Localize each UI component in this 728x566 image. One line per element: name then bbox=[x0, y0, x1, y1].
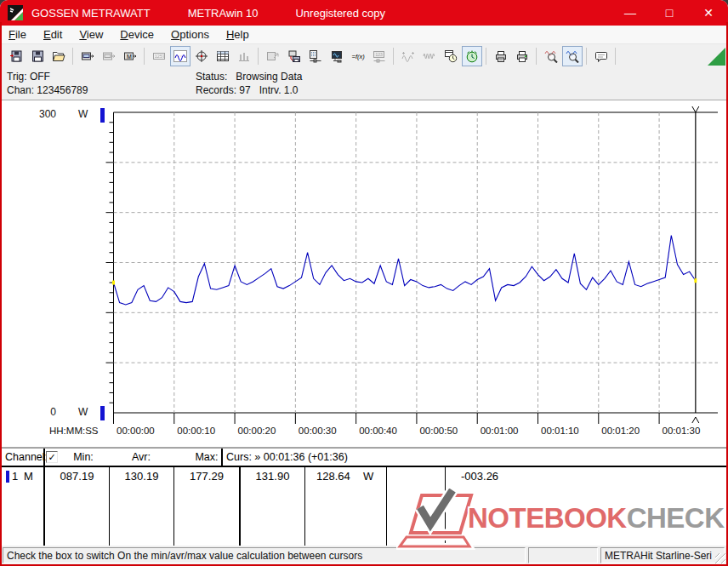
y-axis-unit-top: W bbox=[78, 108, 88, 120]
channel-marker-top bbox=[100, 108, 105, 123]
toolbar-separator bbox=[144, 48, 145, 65]
toolbar-separator bbox=[586, 48, 587, 65]
svg-text:123: 123 bbox=[375, 52, 383, 57]
toolbar: M1257=f(x)123 bbox=[0, 44, 728, 67]
title-app: METRAwin 10 bbox=[188, 7, 259, 20]
status-bar: Check the box to switch On the min/avr/m… bbox=[0, 546, 728, 566]
col-header-min: Min: bbox=[58, 451, 109, 463]
statusbar-hint: Check the box to switch On the min/avr/m… bbox=[3, 547, 526, 563]
channel-number: 1 bbox=[12, 470, 18, 483]
acquisition-info-panel: Trig: OFF Chan: 123456789 Status: Browsi… bbox=[0, 67, 728, 100]
device-store-icon[interactable] bbox=[284, 46, 304, 66]
device-config-icon: 123 bbox=[369, 46, 390, 66]
resize-grip[interactable] bbox=[715, 553, 725, 563]
value-min: 087.19 bbox=[45, 470, 109, 483]
value-max: 177.29 bbox=[174, 470, 239, 483]
bar-graph-icon bbox=[234, 46, 254, 66]
svg-text:=f(x): =f(x) bbox=[351, 53, 365, 60]
x-tick-label: 00:00:10 bbox=[177, 426, 215, 436]
records-count: Records: 97 Intrv. 1.0 bbox=[196, 84, 299, 96]
x-tick-label: 00:01:00 bbox=[481, 426, 519, 436]
toolbar-separator bbox=[393, 48, 394, 65]
store-data-icon[interactable] bbox=[6, 46, 26, 66]
minmax-checkbox[interactable]: ✓ bbox=[46, 451, 58, 463]
title-license: Unregistered copy bbox=[295, 7, 385, 20]
window-controls: — □ ✕ bbox=[611, 0, 728, 26]
value-avr: 130.19 bbox=[110, 470, 173, 483]
wave-compress-icon bbox=[398, 46, 418, 66]
toolbar-separator bbox=[615, 48, 616, 65]
zoom-select-icon[interactable] bbox=[562, 46, 583, 66]
y-axis-min-label: 0 bbox=[27, 406, 56, 418]
x-axis-label: HH:MM:SS bbox=[49, 426, 99, 436]
y-axis-max-label: 300 bbox=[27, 108, 56, 120]
zoom-mode-icon[interactable] bbox=[541, 46, 561, 66]
print-preview-icon[interactable] bbox=[491, 46, 511, 66]
resize-corner-icon[interactable] bbox=[708, 48, 725, 66]
cursor-stats-table: Channel: ✓ Min: Avr: Max: Curs: » 00:01:… bbox=[2, 448, 726, 546]
svg-text:M: M bbox=[127, 53, 132, 59]
print-icon[interactable] bbox=[512, 46, 532, 66]
minimize-button[interactable]: — bbox=[611, 0, 650, 26]
power-trace-plot[interactable] bbox=[106, 107, 722, 431]
statusbar-empty bbox=[528, 547, 598, 563]
channel-mode: M bbox=[24, 470, 33, 483]
x-tick-label: 00:01:20 bbox=[601, 426, 640, 436]
records-time-icon[interactable] bbox=[441, 46, 461, 66]
x-tick-label: 00:01:10 bbox=[541, 426, 579, 436]
menu-item-options[interactable]: Options bbox=[162, 26, 218, 43]
value-cursor1: 131.90 bbox=[241, 470, 304, 483]
statusbar-device: METRAHit Starline-Seri bbox=[600, 547, 725, 563]
curve-view-icon[interactable] bbox=[170, 46, 191, 66]
x-tick-label: 00:01:30 bbox=[663, 426, 701, 436]
browse-status: Status: Browsing Data bbox=[196, 71, 302, 83]
col-header-channel: Channel: bbox=[5, 451, 48, 463]
metrawin-window: GOSSEN METRAWATT METRAwin 10 Unregistere… bbox=[0, 0, 728, 566]
chart-panel: 300 W 0 W HH:MM:SS 00:00:0000:00:1000:00… bbox=[2, 100, 726, 448]
channel-marker-bottom bbox=[100, 406, 105, 420]
x-tick-label: 00:00:40 bbox=[359, 426, 397, 436]
toolbar-separator bbox=[486, 48, 486, 65]
title-bar: GOSSEN METRAWATT METRAwin 10 Unregistere… bbox=[0, 0, 728, 26]
x-tick-label: 00:00:30 bbox=[299, 426, 337, 436]
col-header-cursor: Curs: » 00:01:36 (+01:36) bbox=[226, 451, 348, 463]
open-file-icon[interactable] bbox=[48, 46, 69, 66]
live-timer-icon[interactable] bbox=[462, 46, 482, 66]
trigger-status: Trig: OFF bbox=[7, 71, 50, 83]
read-memory-icon[interactable]: M bbox=[120, 46, 140, 66]
menu-item-file[interactable]: File bbox=[0, 26, 35, 43]
menu-item-view[interactable]: View bbox=[71, 26, 111, 43]
toolbar-separator bbox=[258, 48, 259, 65]
value-diff: -003.26 bbox=[461, 470, 498, 483]
menu-bar: FileEditViewDeviceOptionsHelp bbox=[0, 26, 728, 44]
menu-item-help[interactable]: Help bbox=[218, 26, 258, 43]
menu-item-device[interactable]: Device bbox=[111, 26, 162, 43]
col-header-avr: Avr: bbox=[109, 451, 173, 463]
svg-text:1257: 1257 bbox=[154, 54, 164, 59]
title-brand: GOSSEN METRAWATT bbox=[31, 7, 151, 20]
channel-list: Chan: 123456789 bbox=[7, 84, 88, 96]
formula-icon[interactable]: =f(x) bbox=[348, 46, 368, 66]
value-unit: W bbox=[363, 470, 373, 483]
wave-expand-icon bbox=[419, 46, 440, 66]
numeric-display-icon: 1257 bbox=[149, 46, 169, 66]
monitor-icon[interactable] bbox=[327, 46, 347, 66]
annotation-icon[interactable] bbox=[591, 46, 611, 66]
close-button[interactable]: ✕ bbox=[689, 0, 728, 26]
y-axis-unit-bottom: W bbox=[78, 406, 88, 418]
app-logo-icon bbox=[8, 5, 23, 20]
power-trace-line bbox=[114, 236, 696, 305]
save-file-icon[interactable] bbox=[27, 46, 48, 66]
maximize-button[interactable]: □ bbox=[650, 0, 689, 26]
x-tick-label: 00:00:20 bbox=[238, 426, 276, 436]
x-tick-label: 00:00:50 bbox=[419, 426, 458, 436]
x-tick-label: 00:00:00 bbox=[117, 426, 155, 436]
cursor-crosshair-icon[interactable] bbox=[191, 46, 212, 66]
data-table-icon[interactable] bbox=[213, 46, 233, 66]
channel-list-icon[interactable] bbox=[305, 46, 326, 66]
export-icon bbox=[263, 46, 283, 66]
read-device-icon[interactable] bbox=[77, 46, 98, 66]
toolbar-separator bbox=[72, 48, 73, 65]
menu-item-edit[interactable]: Edit bbox=[35, 26, 71, 43]
toolbar-separator bbox=[536, 48, 537, 65]
